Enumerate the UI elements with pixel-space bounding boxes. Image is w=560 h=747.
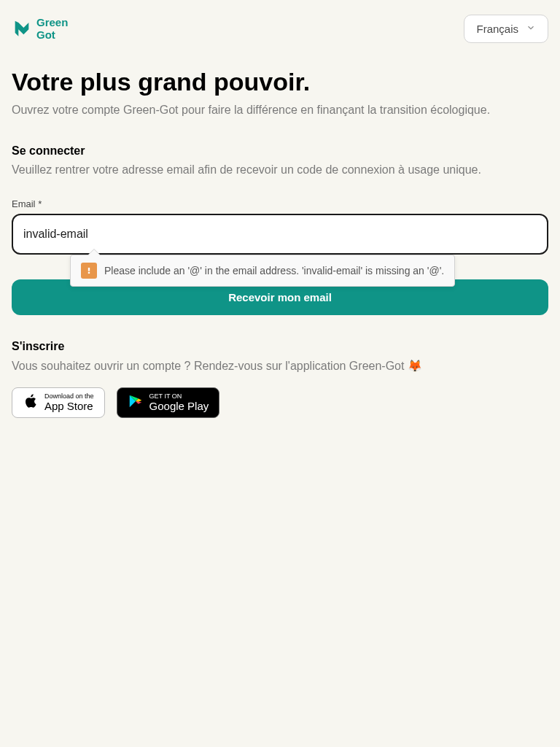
apple-large-text: App Store	[44, 400, 94, 413]
validation-message: Please include an '@' in the email addre…	[104, 265, 444, 276]
email-label: Email *	[12, 198, 548, 209]
signup-subtitle: Vous souhaitez ouvrir un compte ? Rendez…	[12, 359, 548, 373]
app-store-badge[interactable]: Download on the App Store	[12, 387, 105, 418]
validation-tooltip: Please include an '@' in the email addre…	[70, 255, 455, 287]
fox-logo-icon	[12, 18, 32, 41]
required-asterisk: *	[38, 198, 42, 209]
language-selector[interactable]: Français	[464, 15, 548, 43]
svg-rect-1	[88, 272, 90, 274]
chevron-down-icon	[526, 23, 536, 35]
signup-title: S'inscrire	[12, 340, 548, 353]
google-play-icon	[128, 393, 144, 412]
logo[interactable]: Green Got	[12, 17, 68, 41]
language-label: Français	[476, 23, 518, 35]
svg-rect-0	[88, 268, 90, 271]
signin-subtitle: Veuillez rentrer votre adresse email afi…	[12, 163, 548, 177]
signin-title: Se connecter	[12, 144, 548, 158]
google-play-badge[interactable]: GET IT ON Google Play	[117, 387, 220, 418]
warning-icon	[81, 263, 97, 279]
apple-icon	[23, 393, 39, 412]
hero-subtitle: Ouvrez votre compte Green-Got pour faire…	[12, 104, 548, 117]
logo-text: Green Got	[36, 17, 68, 41]
hero-title: Votre plus grand pouvoir.	[12, 68, 548, 96]
google-large-text: Google Play	[149, 400, 209, 413]
